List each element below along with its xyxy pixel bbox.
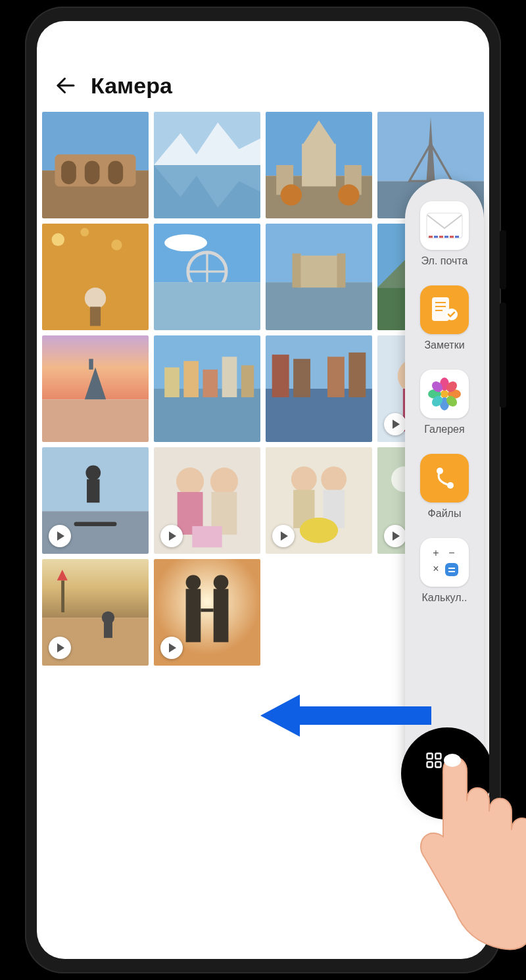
play-icon <box>384 525 406 547</box>
swipe-arrow-left-icon <box>260 689 431 742</box>
svg-rect-37 <box>298 256 341 288</box>
svg-rect-109 <box>432 297 449 321</box>
app-header: Камера <box>37 72 489 112</box>
svg-point-24 <box>52 233 64 246</box>
svg-rect-6 <box>108 161 123 185</box>
svg-point-27 <box>85 287 106 308</box>
svg-text:+: + <box>433 547 439 558</box>
svg-rect-28 <box>90 306 101 326</box>
svg-point-30 <box>164 234 207 251</box>
svg-rect-92 <box>104 621 112 638</box>
files-icon <box>420 454 469 502</box>
svg-rect-60 <box>327 356 345 397</box>
svg-rect-4 <box>61 161 76 185</box>
svg-point-98 <box>186 575 201 590</box>
svg-point-114 <box>441 390 448 398</box>
dock-item-email[interactable]: Эл. почта <box>405 201 484 267</box>
dock-item-gallery[interactable]: Галерея <box>405 370 484 435</box>
svg-rect-51 <box>164 368 179 397</box>
svg-text:−: − <box>448 547 454 558</box>
svg-rect-101 <box>427 213 462 238</box>
svg-rect-13 <box>302 144 336 187</box>
photo-thumb[interactable] <box>42 447 149 554</box>
svg-rect-5 <box>85 161 100 185</box>
notes-icon <box>420 285 469 334</box>
photo-thumb[interactable] <box>154 335 260 442</box>
svg-rect-128 <box>445 563 458 576</box>
svg-point-138 <box>444 754 461 767</box>
svg-point-74 <box>210 468 238 495</box>
play-icon <box>49 637 71 659</box>
dock-label: Файлы <box>428 508 462 520</box>
dock-item-files[interactable]: Файлы <box>405 454 484 520</box>
dock-item-notes[interactable]: Заметки <box>405 285 484 351</box>
svg-point-25 <box>80 228 89 236</box>
photo-thumb[interactable] <box>266 112 372 218</box>
svg-rect-53 <box>203 370 218 397</box>
svg-rect-36 <box>266 282 372 330</box>
photo-thumb[interactable] <box>266 447 372 554</box>
svg-rect-39 <box>337 253 346 287</box>
photo-thumb[interactable] <box>154 559 260 666</box>
svg-point-99 <box>214 575 229 590</box>
svg-point-26 <box>111 239 122 250</box>
svg-rect-96 <box>186 589 201 642</box>
mail-icon <box>420 201 469 250</box>
svg-rect-52 <box>183 361 199 397</box>
dock-label: Галерея <box>424 424 464 435</box>
photo-thumb[interactable] <box>154 112 260 218</box>
photo-thumb[interactable] <box>154 224 260 330</box>
svg-rect-46 <box>42 399 149 442</box>
play-icon <box>49 525 71 547</box>
svg-rect-77 <box>192 526 222 547</box>
svg-rect-58 <box>272 355 289 397</box>
svg-rect-34 <box>154 282 260 330</box>
svg-rect-97 <box>214 589 229 642</box>
arrow-left-icon <box>54 74 78 97</box>
svg-point-83 <box>300 518 338 543</box>
svg-rect-55 <box>241 365 254 397</box>
svg-point-17 <box>281 184 302 205</box>
hand-pointer-icon <box>396 746 526 956</box>
status-bar <box>37 21 489 72</box>
svg-rect-70 <box>87 479 99 503</box>
dock-label: Заметки <box>424 339 464 351</box>
dock-item-calculator[interactable]: +−× Калькул.. <box>405 538 484 604</box>
svg-marker-137 <box>260 695 431 737</box>
svg-rect-48 <box>89 359 93 370</box>
phone-side-button-1 <box>500 230 506 289</box>
play-icon <box>160 637 183 659</box>
svg-rect-71 <box>74 522 117 526</box>
svg-rect-38 <box>293 253 301 287</box>
photo-thumb[interactable] <box>42 559 149 666</box>
svg-rect-89 <box>42 559 149 618</box>
svg-point-80 <box>321 466 347 492</box>
svg-point-79 <box>291 466 317 492</box>
gallery-flower-icon <box>420 370 469 418</box>
svg-rect-59 <box>293 359 310 397</box>
phone-side-button-2 <box>500 303 506 408</box>
dock-label: Калькул.. <box>422 592 467 604</box>
svg-rect-61 <box>348 353 366 397</box>
svg-point-69 <box>85 466 101 481</box>
svg-rect-54 <box>222 356 237 397</box>
photo-thumb[interactable] <box>266 224 372 330</box>
photo-thumb[interactable] <box>42 224 149 330</box>
photo-thumb[interactable] <box>154 447 260 554</box>
svg-point-18 <box>338 184 359 205</box>
dock-label: Эл. почта <box>421 255 468 267</box>
play-icon <box>384 413 406 435</box>
photo-thumb[interactable] <box>42 335 149 442</box>
svg-text:×: × <box>433 563 439 574</box>
back-button[interactable] <box>53 72 79 99</box>
photo-thumb[interactable] <box>42 112 149 218</box>
photo-thumb[interactable] <box>266 335 372 442</box>
play-icon <box>160 525 183 547</box>
page-title: Камера <box>91 73 172 99</box>
svg-rect-93 <box>61 580 64 612</box>
svg-point-73 <box>176 468 204 495</box>
play-icon <box>272 525 295 547</box>
calculator-icon: +−× <box>420 538 469 587</box>
